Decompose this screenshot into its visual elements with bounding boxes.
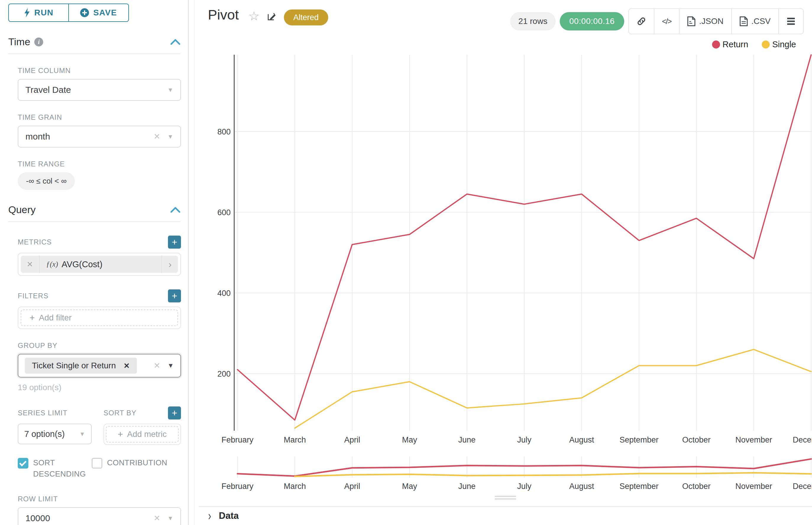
time-section-header: Time bbox=[8, 36, 180, 48]
contribution-checkbox[interactable]: CONTRIBUTION bbox=[92, 457, 167, 479]
svg-text:May: May bbox=[402, 435, 417, 444]
group-by-label: GROUP BY bbox=[18, 342, 180, 350]
plus-circle-icon bbox=[80, 8, 89, 17]
remove-metric-icon[interactable] bbox=[21, 256, 40, 273]
lightning-icon bbox=[24, 8, 30, 17]
group-by-select[interactable]: Ticket Single or Return bbox=[18, 354, 181, 377]
chart-toolbar: </> .JSON .CSV bbox=[629, 8, 804, 34]
series-limit-select[interactable]: 7 option(s) bbox=[18, 424, 92, 444]
chart-menu-button[interactable] bbox=[778, 9, 803, 34]
clear-icon[interactable] bbox=[154, 513, 161, 523]
add-metric-placeholder: Add metric bbox=[127, 430, 167, 439]
data-section-title: Data bbox=[219, 511, 239, 521]
filters-box: Add filter bbox=[18, 306, 181, 329]
series-limit-value: 7 option(s) bbox=[24, 429, 65, 439]
metrics-label: METRICS bbox=[18, 238, 52, 246]
copy-link-button[interactable] bbox=[629, 9, 654, 34]
add-sort-metric-dropzone[interactable]: Add metric bbox=[106, 426, 179, 442]
chevron-down-icon bbox=[167, 87, 173, 93]
add-filter-button[interactable] bbox=[168, 289, 181, 302]
time-section-title: Time bbox=[8, 36, 30, 48]
metric-value: AVG(Cost) bbox=[61, 259, 102, 269]
group-by-chip: Ticket Single or Return bbox=[25, 358, 137, 374]
info-icon bbox=[34, 38, 43, 46]
chevron-up-icon[interactable] bbox=[170, 36, 180, 48]
metrics-box: ƒ(x) AVG(Cost) bbox=[18, 253, 181, 276]
svg-text:March: March bbox=[284, 482, 306, 491]
code-icon: </> bbox=[662, 17, 671, 26]
resize-handle[interactable] bbox=[495, 496, 516, 501]
altered-badge: Altered bbox=[284, 10, 328, 26]
svg-text:September: September bbox=[620, 435, 659, 444]
group-by-chip-label: Ticket Single or Return bbox=[32, 361, 116, 370]
svg-text:February: February bbox=[221, 435, 254, 444]
save-button[interactable]: SAVE bbox=[68, 4, 128, 21]
svg-text:November: November bbox=[735, 482, 772, 491]
chevron-right-icon bbox=[208, 511, 211, 521]
file-icon bbox=[740, 16, 748, 26]
svg-text:October: October bbox=[682, 482, 711, 491]
time-grain-value: month bbox=[26, 132, 50, 141]
svg-text:October: October bbox=[682, 435, 711, 444]
query-section-header: Query bbox=[8, 204, 180, 215]
export-json-button[interactable]: .JSON bbox=[679, 9, 731, 34]
divider bbox=[8, 221, 180, 222]
row-limit-select[interactable]: 10000 bbox=[18, 507, 181, 525]
sort-descending-checkbox[interactable]: SORT DESCENDING bbox=[18, 457, 92, 479]
svg-text:April: April bbox=[344, 482, 360, 491]
clear-icon[interactable] bbox=[154, 132, 161, 141]
add-filter-placeholder: Add filter bbox=[39, 313, 72, 322]
time-column-select[interactable]: Travel Date bbox=[18, 79, 181, 101]
add-metric-button[interactable] bbox=[168, 236, 181, 249]
svg-text:200: 200 bbox=[217, 370, 231, 378]
svg-text:December: December bbox=[793, 482, 812, 491]
series-limit-label: SERIES LIMIT bbox=[18, 409, 68, 417]
data-section-toggle[interactable]: Data bbox=[199, 506, 812, 525]
chart-preview-strip[interactable]: FebruaryMarchAprilMayJuneJulyAugustSepte… bbox=[199, 455, 812, 494]
run-save-button-group: RUN SAVE bbox=[8, 3, 129, 22]
svg-text:July: July bbox=[517, 482, 532, 491]
add-filter-dropzone[interactable]: Add filter bbox=[21, 310, 178, 326]
chevron-up-icon[interactable] bbox=[170, 204, 180, 215]
line-chart[interactable]: FebruaryMarchAprilMayJuneJulyAugustSepte… bbox=[199, 39, 812, 446]
edit-title-icon[interactable] bbox=[266, 11, 277, 23]
clear-icon[interactable] bbox=[154, 361, 161, 370]
remove-chip-icon[interactable] bbox=[123, 361, 130, 370]
export-csv-label: .CSV bbox=[751, 17, 771, 26]
sort-by-box: Add metric bbox=[103, 424, 181, 445]
control-panel: RUN SAVE Time TIME COLUMN Travel Date TI… bbox=[0, 0, 189, 525]
svg-text:December: December bbox=[793, 435, 812, 444]
expand-metric-icon[interactable] bbox=[161, 256, 178, 273]
svg-text:November: November bbox=[735, 435, 772, 444]
time-grain-select[interactable]: month bbox=[18, 126, 181, 148]
sort-descending-label: SORT DESCENDING bbox=[33, 457, 92, 479]
plus-icon bbox=[118, 429, 123, 439]
view-query-button[interactable]: </> bbox=[654, 9, 679, 34]
chart-title: Pivot bbox=[208, 6, 239, 23]
divider bbox=[8, 54, 180, 54]
row-limit-label: ROW LIMIT bbox=[18, 495, 180, 503]
add-sort-metric-button[interactable] bbox=[168, 406, 181, 419]
run-button[interactable]: RUN bbox=[9, 4, 68, 21]
row-limit-value: 10000 bbox=[26, 513, 50, 523]
panel-divider bbox=[194, 0, 195, 525]
svg-text:August: August bbox=[569, 435, 594, 444]
favorite-star-icon[interactable] bbox=[248, 9, 260, 24]
time-range-pill[interactable]: -∞ ≤ col < ∞ bbox=[18, 172, 75, 190]
svg-text:400: 400 bbox=[217, 289, 231, 298]
group-by-options-hint: 19 option(s) bbox=[18, 383, 180, 392]
metric-pill[interactable]: ƒ(x) AVG(Cost) bbox=[21, 256, 178, 273]
query-section-title: Query bbox=[8, 204, 36, 215]
checkbox-unchecked-icon[interactable] bbox=[92, 458, 102, 468]
chart-panel: Pivot Altered 21 rows 00:00:00.16 </> .J… bbox=[199, 0, 812, 525]
svg-text:800: 800 bbox=[217, 127, 231, 136]
checkbox-checked-icon[interactable] bbox=[18, 458, 28, 468]
chevron-down-icon bbox=[167, 133, 173, 140]
svg-text:August: August bbox=[569, 482, 594, 491]
chevron-down-icon bbox=[167, 362, 174, 370]
time-grain-label: TIME GRAIN bbox=[18, 113, 180, 121]
contribution-label: CONTRIBUTION bbox=[107, 457, 167, 479]
svg-text:600: 600 bbox=[217, 208, 231, 217]
file-icon bbox=[687, 16, 695, 26]
export-csv-button[interactable]: .CSV bbox=[731, 9, 778, 34]
